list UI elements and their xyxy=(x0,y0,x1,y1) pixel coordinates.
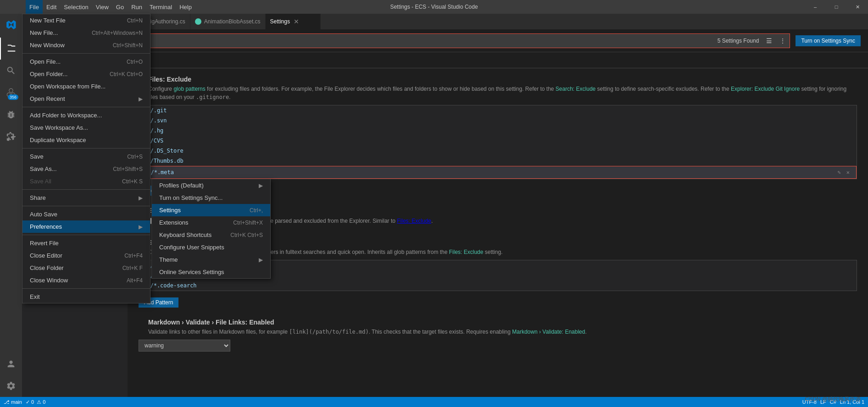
link-markdown-validate[interactable]: Markdown › Validate: Enabled xyxy=(512,329,585,335)
submenu-arrow-icon: ▶ xyxy=(139,195,143,201)
menubar-go[interactable]: Go xyxy=(112,0,128,14)
activity-extensions[interactable] xyxy=(0,126,22,148)
tab-icon-blob xyxy=(195,18,201,25)
menubar-file[interactable]: File xyxy=(26,0,43,14)
menu-shortcut: Ctrl+Shift+S xyxy=(104,166,143,172)
menu-auto-save[interactable]: Auto Save xyxy=(22,208,150,220)
menu-label: Save xyxy=(30,153,44,160)
menu-label: Open Recent xyxy=(30,95,65,102)
scm-badge: 356 xyxy=(8,94,18,100)
menu-save-workspace-as[interactable]: Save Workspace As... xyxy=(22,121,150,134)
menu-new-window[interactable]: New Window Ctrl+Shift+N xyxy=(22,39,150,51)
menu-label: Add Folder to Workspace... xyxy=(30,112,102,119)
menu-save-as[interactable]: Save As... Ctrl+Shift+S xyxy=(22,163,150,175)
menu-open-file[interactable]: Open File... Ctrl+O xyxy=(22,55,150,68)
activity-debug[interactable] xyxy=(0,104,22,126)
menubar-help[interactable]: Help xyxy=(176,0,195,14)
menu-revert-file[interactable]: Revert File xyxy=(22,237,150,249)
menu-open-workspace[interactable]: Open Workspace from File... xyxy=(22,80,150,93)
menu-label: Revert File xyxy=(30,240,59,247)
menu-save[interactable]: Save Ctrl+S xyxy=(22,150,150,163)
activity-settings[interactable] xyxy=(0,375,22,397)
menu-label: Exit xyxy=(30,293,40,300)
tab-close-settings[interactable]: ✕ xyxy=(293,18,300,25)
filter-icon[interactable]: ☰ xyxy=(762,37,776,44)
link-explorer-exclude[interactable]: Explorer: Exclude Git Ignore xyxy=(731,86,800,92)
menu-sep-7 xyxy=(22,288,150,289)
pref-online-services[interactable]: Online Services Settings xyxy=(152,266,270,278)
submenu-arrow-icon: ▶ xyxy=(259,257,263,263)
minimize-btn[interactable]: – xyxy=(805,0,826,14)
menu-share[interactable]: Share ▶ xyxy=(22,192,150,204)
activity-accounts[interactable] xyxy=(0,353,22,375)
tab-animation-blob[interactable]: AnimationBlobAsset.cs xyxy=(190,14,266,30)
menu-close-folder[interactable]: Close Folder Ctrl+K F xyxy=(22,262,150,274)
menu-label: Open File... xyxy=(30,58,61,65)
menubar-view[interactable]: View xyxy=(92,0,112,14)
setting-markdown-validate: ⚙ Markdown › Validate › File Links: Enab… xyxy=(139,319,857,352)
menu-label: New File... xyxy=(30,29,58,36)
setting-header-files-exclude: ⚙ Files: Exclude Configure glob patterns… xyxy=(139,76,857,101)
menubar-run[interactable]: Run xyxy=(128,0,146,14)
menu-add-folder[interactable]: Add Folder to Workspace... xyxy=(22,109,150,121)
menu-label: Save As... xyxy=(30,165,57,172)
menu-label: Close Editor xyxy=(30,252,62,259)
clear-filter-icon[interactable]: ⋮ xyxy=(776,37,790,44)
menu-shortcut: Ctrl+K Ctrl+O xyxy=(100,71,143,77)
menu-label: Profiles (Default) xyxy=(159,182,204,189)
setting-title-wrapper: Markdown › Validate › File Links: Enable… xyxy=(148,319,587,336)
link-search-exclude[interactable]: Search: Exclude xyxy=(556,86,595,92)
menu-save-all: Save All Ctrl+K S xyxy=(22,175,150,187)
menu-preferences[interactable]: Preferences ▶ xyxy=(22,220,150,233)
menu-label: New Text File xyxy=(30,17,66,24)
pref-extensions[interactable]: Extensions Ctrl+Shift+X xyxy=(152,216,270,229)
maximize-btn[interactable]: □ xyxy=(826,0,847,14)
menu-duplicate-workspace[interactable]: Duplicate Workspace xyxy=(22,134,150,146)
link-files-exclude-search[interactable]: Files: Exclude xyxy=(449,249,484,255)
menu-sep-6 xyxy=(22,235,150,235)
pref-profiles[interactable]: Profiles (Default) ▶ xyxy=(152,179,270,192)
activity-scm[interactable]: 356 xyxy=(0,82,22,104)
pref-snippets[interactable]: Configure User Snippets xyxy=(152,241,270,253)
delete-pattern-btn[interactable]: ✕ xyxy=(845,168,851,176)
pref-settings[interactable]: Settings Ctrl+, xyxy=(152,204,270,216)
submenu-arrow-icon: ▶ xyxy=(139,224,143,230)
menu-close-window[interactable]: Close Window Alt+F4 xyxy=(22,274,150,286)
activity-explorer[interactable] xyxy=(0,38,22,60)
menubar-edit[interactable]: Edit xyxy=(43,0,60,14)
link-files-exclude[interactable]: Files: Exclude xyxy=(397,218,431,224)
menu-open-recent[interactable]: Open Recent ▶ xyxy=(22,93,150,105)
menubar-terminal[interactable]: Terminal xyxy=(146,0,176,14)
menu-shortcut: Ctrl+S xyxy=(118,154,143,160)
tab-settings[interactable]: Settings ✕ xyxy=(266,14,321,30)
window-controls: – □ ✕ xyxy=(805,0,868,14)
edit-pattern-btn[interactable]: ✎ xyxy=(836,168,843,176)
settings-found-count: 5 Settings Found xyxy=(718,38,763,44)
menu-label: Online Services Settings xyxy=(159,269,224,275)
pref-keyboard-shortcuts[interactable]: Keyboard Shortcuts Ctrl+K Ctrl+S xyxy=(152,229,270,241)
status-errors[interactable]: ✓ 0 ⚠ 0 xyxy=(26,399,45,405)
menu-new-file[interactable]: New File... Ctrl+Alt+Windows+N xyxy=(22,27,150,39)
sync-button[interactable]: Turn on Settings Sync xyxy=(796,35,861,46)
menu-sep-5 xyxy=(22,206,150,206)
close-btn[interactable]: ✕ xyxy=(847,0,868,14)
menu-open-folder[interactable]: Open Folder... Ctrl+K Ctrl+O xyxy=(22,68,150,80)
tab-label-settings: Settings xyxy=(270,18,290,25)
status-branch[interactable]: ⎇ main xyxy=(4,399,22,405)
menu-new-text-file[interactable]: New Text File Ctrl+N xyxy=(22,14,150,27)
menu-label: Keyboard Shortcuts xyxy=(159,231,211,238)
menubar-selection[interactable]: Selection xyxy=(60,0,92,14)
pref-turn-on-sync[interactable]: Turn on Settings Sync... xyxy=(152,192,270,204)
pattern-item: **/CVS xyxy=(139,136,857,146)
link-glob-patterns[interactable]: glob patterns xyxy=(173,86,205,92)
menu-close-editor[interactable]: Close Editor Ctrl+F4 xyxy=(22,249,150,262)
pref-theme[interactable]: Theme ▶ xyxy=(152,253,270,266)
activity-search[interactable] xyxy=(0,60,22,82)
menu-sep-1 xyxy=(22,53,150,54)
pattern-value: **/*.code-search xyxy=(144,282,197,289)
menu-exit[interactable]: Exit xyxy=(22,291,150,303)
markdown-validate-dropdown[interactable]: warning error ignore xyxy=(139,340,230,352)
setting-files-exclude: ⚙ Files: Exclude Configure glob patterns… xyxy=(139,76,857,196)
menu-shortcut: Ctrl+N xyxy=(118,17,143,24)
pattern-item: **/Thumbs.db xyxy=(139,156,857,166)
